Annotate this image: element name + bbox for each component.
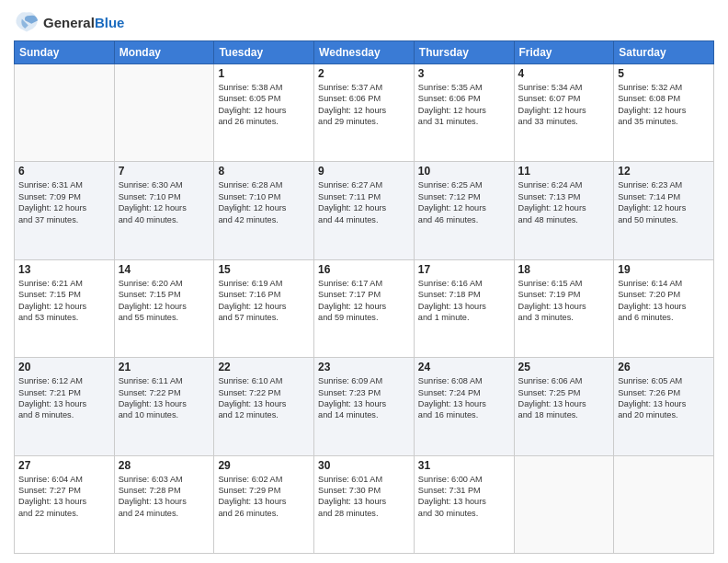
calendar-cell: 27Sunrise: 6:04 AM Sunset: 7:27 PM Dayli…: [15, 455, 115, 553]
calendar-cell: 15Sunrise: 6:19 AM Sunset: 7:16 PM Dayli…: [214, 259, 314, 357]
calendar-cell: 14Sunrise: 6:20 AM Sunset: 7:15 PM Dayli…: [114, 259, 214, 357]
day-number: 10: [418, 165, 510, 178]
calendar-cell: 16Sunrise: 6:17 AM Sunset: 7:17 PM Dayli…: [314, 259, 415, 357]
day-number: 6: [18, 165, 110, 178]
day-number: 14: [119, 263, 210, 276]
calendar-cell: [114, 64, 214, 162]
day-header-friday: Friday: [514, 41, 614, 64]
calendar-cell: 17Sunrise: 6:16 AM Sunset: 7:18 PM Dayli…: [414, 259, 514, 357]
logo: GeneralBlue: [14, 9, 124, 35]
calendar-cell: 12Sunrise: 6:23 AM Sunset: 7:14 PM Dayli…: [614, 162, 714, 259]
day-info: Sunrise: 6:23 AM Sunset: 7:14 PM Dayligh…: [618, 179, 710, 225]
calendar-cell: 3Sunrise: 5:35 AM Sunset: 6:06 PM Daylig…: [414, 64, 514, 162]
calendar-cell: 23Sunrise: 6:09 AM Sunset: 7:23 PM Dayli…: [314, 358, 415, 455]
calendar-cell: 10Sunrise: 6:25 AM Sunset: 7:12 PM Dayli…: [414, 162, 514, 259]
day-info: Sunrise: 6:06 AM Sunset: 7:25 PM Dayligh…: [518, 375, 610, 421]
day-header-thursday: Thursday: [414, 41, 514, 64]
day-info: Sunrise: 6:10 AM Sunset: 7:22 PM Dayligh…: [218, 375, 310, 421]
day-info: Sunrise: 6:05 AM Sunset: 7:26 PM Dayligh…: [618, 375, 710, 421]
calendar-cell: [514, 455, 614, 553]
day-info: Sunrise: 6:11 AM Sunset: 7:22 PM Dayligh…: [119, 375, 210, 421]
day-number: 3: [418, 67, 510, 80]
day-number: 11: [518, 165, 610, 178]
day-info: Sunrise: 6:04 AM Sunset: 7:27 PM Dayligh…: [18, 474, 110, 520]
calendar-cell: 1Sunrise: 5:38 AM Sunset: 6:05 PM Daylig…: [214, 64, 314, 162]
calendar-table: SundayMondayTuesdayWednesdayThursdayFrid…: [14, 40, 714, 554]
day-number: 18: [518, 263, 610, 276]
calendar-cell: 24Sunrise: 6:08 AM Sunset: 7:24 PM Dayli…: [414, 358, 514, 455]
day-number: 22: [218, 361, 310, 373]
day-info: Sunrise: 6:30 AM Sunset: 7:10 PM Dayligh…: [119, 179, 210, 225]
calendar-cell: [15, 64, 115, 162]
day-number: 5: [618, 67, 710, 80]
calendar-cell: 20Sunrise: 6:12 AM Sunset: 7:21 PM Dayli…: [15, 358, 115, 455]
day-number: 15: [218, 263, 310, 276]
calendar-cell: 4Sunrise: 5:34 AM Sunset: 6:07 PM Daylig…: [514, 64, 614, 162]
day-number: 7: [119, 165, 210, 178]
day-number: 23: [318, 361, 410, 373]
calendar-cell: [614, 455, 714, 553]
day-info: Sunrise: 5:34 AM Sunset: 6:07 PM Dayligh…: [518, 82, 610, 128]
day-number: 13: [18, 263, 110, 276]
day-info: Sunrise: 6:08 AM Sunset: 7:24 PM Dayligh…: [418, 375, 510, 421]
day-number: 29: [218, 459, 310, 472]
calendar-cell: 5Sunrise: 5:32 AM Sunset: 6:08 PM Daylig…: [614, 64, 714, 162]
day-header-tuesday: Tuesday: [214, 41, 314, 64]
day-header-monday: Monday: [114, 41, 214, 64]
day-info: Sunrise: 5:35 AM Sunset: 6:06 PM Dayligh…: [418, 82, 510, 128]
day-header-sunday: Sunday: [15, 41, 115, 64]
calendar-cell: 6Sunrise: 6:31 AM Sunset: 7:09 PM Daylig…: [15, 162, 115, 259]
day-header-wednesday: Wednesday: [314, 41, 415, 64]
day-info: Sunrise: 6:28 AM Sunset: 7:10 PM Dayligh…: [218, 179, 310, 225]
calendar-cell: 13Sunrise: 6:21 AM Sunset: 7:15 PM Dayli…: [15, 259, 115, 357]
day-info: Sunrise: 6:16 AM Sunset: 7:18 PM Dayligh…: [418, 278, 510, 324]
calendar-cell: 8Sunrise: 6:28 AM Sunset: 7:10 PM Daylig…: [214, 162, 314, 259]
calendar-cell: 7Sunrise: 6:30 AM Sunset: 7:10 PM Daylig…: [114, 162, 214, 259]
header: GeneralBlue: [14, 9, 714, 35]
day-number: 17: [418, 263, 510, 276]
day-info: Sunrise: 6:31 AM Sunset: 7:09 PM Dayligh…: [18, 179, 110, 225]
day-number: 24: [418, 361, 510, 373]
calendar-cell: 19Sunrise: 6:14 AM Sunset: 7:20 PM Dayli…: [614, 259, 714, 357]
calendar-cell: 22Sunrise: 6:10 AM Sunset: 7:22 PM Dayli…: [214, 358, 314, 455]
day-info: Sunrise: 6:25 AM Sunset: 7:12 PM Dayligh…: [418, 179, 510, 225]
calendar-cell: 30Sunrise: 6:01 AM Sunset: 7:30 PM Dayli…: [314, 455, 415, 553]
day-info: Sunrise: 6:02 AM Sunset: 7:29 PM Dayligh…: [218, 474, 310, 520]
day-number: 20: [18, 361, 110, 373]
calendar-cell: 2Sunrise: 5:37 AM Sunset: 6:06 PM Daylig…: [314, 64, 415, 162]
day-info: Sunrise: 6:15 AM Sunset: 7:19 PM Dayligh…: [518, 278, 610, 324]
day-info: Sunrise: 6:12 AM Sunset: 7:21 PM Dayligh…: [18, 375, 110, 421]
logo-icon: [14, 9, 40, 35]
day-number: 1: [218, 67, 310, 80]
calendar-cell: 9Sunrise: 6:27 AM Sunset: 7:11 PM Daylig…: [314, 162, 415, 259]
page: GeneralBlue SundayMondayTuesdayWednesday…: [0, 0, 728, 563]
calendar-cell: 31Sunrise: 6:00 AM Sunset: 7:31 PM Dayli…: [414, 455, 514, 553]
day-info: Sunrise: 6:21 AM Sunset: 7:15 PM Dayligh…: [18, 278, 110, 324]
day-info: Sunrise: 6:20 AM Sunset: 7:15 PM Dayligh…: [119, 278, 210, 324]
day-number: 2: [318, 67, 410, 80]
day-info: Sunrise: 6:09 AM Sunset: 7:23 PM Dayligh…: [318, 375, 410, 421]
day-info: Sunrise: 6:24 AM Sunset: 7:13 PM Dayligh…: [518, 179, 610, 225]
day-info: Sunrise: 6:01 AM Sunset: 7:30 PM Dayligh…: [318, 474, 410, 520]
logo-text: GeneralBlue: [43, 15, 124, 30]
day-info: Sunrise: 6:14 AM Sunset: 7:20 PM Dayligh…: [618, 278, 710, 324]
day-info: Sunrise: 5:32 AM Sunset: 6:08 PM Dayligh…: [618, 82, 710, 128]
day-number: 21: [119, 361, 210, 373]
day-info: Sunrise: 6:17 AM Sunset: 7:17 PM Dayligh…: [318, 278, 410, 324]
day-info: Sunrise: 6:03 AM Sunset: 7:28 PM Dayligh…: [119, 474, 210, 520]
day-number: 12: [618, 165, 710, 178]
day-number: 31: [418, 459, 510, 472]
calendar-cell: 18Sunrise: 6:15 AM Sunset: 7:19 PM Dayli…: [514, 259, 614, 357]
day-number: 9: [318, 165, 410, 178]
calendar-cell: 11Sunrise: 6:24 AM Sunset: 7:13 PM Dayli…: [514, 162, 614, 259]
day-info: Sunrise: 5:37 AM Sunset: 6:06 PM Dayligh…: [318, 82, 410, 128]
day-header-saturday: Saturday: [614, 41, 714, 64]
day-number: 28: [119, 459, 210, 472]
day-number: 16: [318, 263, 410, 276]
day-number: 19: [618, 263, 710, 276]
calendar-cell: 21Sunrise: 6:11 AM Sunset: 7:22 PM Dayli…: [114, 358, 214, 455]
day-info: Sunrise: 6:00 AM Sunset: 7:31 PM Dayligh…: [418, 474, 510, 520]
calendar-cell: 26Sunrise: 6:05 AM Sunset: 7:26 PM Dayli…: [614, 358, 714, 455]
day-number: 4: [518, 67, 610, 80]
day-number: 27: [18, 459, 110, 472]
